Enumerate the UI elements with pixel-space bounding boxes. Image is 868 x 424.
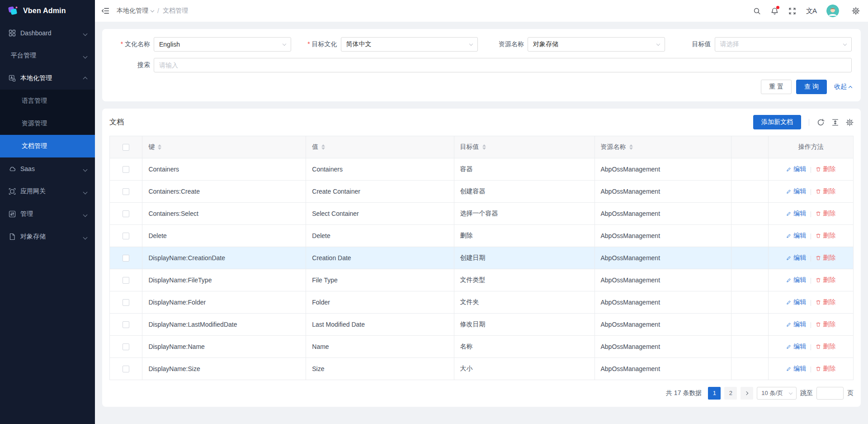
sidebar-item-platform[interactable]: 平台管理 — [0, 44, 95, 67]
chevron-down-icon — [469, 42, 473, 45]
refresh-icon[interactable] — [817, 119, 825, 126]
delete-button[interactable]: 删除 — [816, 187, 835, 195]
divider — [811, 344, 811, 350]
jump-page-input[interactable] — [816, 387, 844, 400]
row-checkbox[interactable] — [123, 255, 129, 262]
breadcrumb-parent[interactable]: 本地化管理 — [117, 7, 154, 15]
query-button[interactable]: 查 询 — [796, 80, 827, 94]
sidebar-fold-icon[interactable] — [101, 7, 109, 15]
page-size-select[interactable]: 10 条/页 — [757, 387, 797, 400]
cell-key: Containers:Create — [142, 181, 306, 203]
row-height-icon[interactable] — [831, 119, 839, 126]
edit-button[interactable]: 编辑 — [786, 343, 806, 351]
cell-resource: AbpOssManagement — [594, 181, 731, 203]
row-checkbox[interactable] — [123, 166, 129, 173]
delete-button[interactable]: 删除 — [816, 298, 835, 306]
dashboard-icon — [9, 29, 16, 37]
avatar[interactable] — [826, 5, 839, 17]
field-culture-name: 文化名称 English — [111, 37, 291, 52]
edit-button[interactable]: 编辑 — [786, 320, 806, 329]
row-checkbox[interactable] — [123, 277, 129, 284]
delete-button[interactable]: 删除 — [816, 210, 835, 218]
row-checkbox[interactable] — [123, 188, 129, 195]
target-value-select[interactable]: 请选择 — [715, 37, 852, 52]
culture-name-select[interactable]: English — [154, 37, 291, 52]
cell-resource: AbpOssManagement — [594, 358, 731, 380]
edit-button[interactable]: 编辑 — [786, 276, 806, 284]
notification-bell-icon[interactable] — [771, 7, 778, 15]
cell-value: Delete — [306, 225, 454, 247]
delete-button[interactable]: 删除 — [816, 365, 835, 373]
sidebar-item-label: 管理 — [20, 210, 33, 218]
search-icon[interactable] — [753, 7, 761, 15]
row-checkbox[interactable] — [123, 366, 129, 372]
edit-button[interactable]: 编辑 — [786, 187, 806, 195]
sidebar-item-object-storage[interactable]: 对象存储 — [0, 225, 95, 248]
add-document-button[interactable]: 添加新文档 — [753, 115, 801, 129]
edit-button[interactable]: 编辑 — [786, 210, 806, 218]
edit-button[interactable]: 编辑 — [786, 298, 806, 306]
delete-button[interactable]: 删除 — [816, 232, 835, 240]
sort-icon[interactable] — [321, 144, 325, 150]
pagination: 共 17 条数据 1 2 10 条/页 跳至 页 — [109, 387, 854, 400]
field-label: 文化名称 — [111, 40, 150, 48]
delete-button[interactable]: 删除 — [816, 254, 835, 262]
sidebar-item-document-management[interactable]: 文档管理 — [0, 135, 95, 157]
sidebar-item-gateway[interactable]: 应用网关 — [0, 180, 95, 203]
sidebar-item-resource-management[interactable]: 资源管理 — [0, 112, 95, 135]
delete-button[interactable]: 删除 — [816, 276, 835, 284]
sort-icon[interactable] — [158, 144, 161, 150]
settings-gear-icon[interactable] — [852, 7, 860, 15]
cell-spacer — [731, 291, 769, 314]
delete-button[interactable]: 删除 — [816, 165, 835, 173]
cell-value: File Type — [306, 269, 454, 291]
resource-name-select[interactable]: 对象存储 — [528, 37, 665, 52]
target-culture-select[interactable]: 简体中文 — [341, 37, 478, 52]
sidebar-item-saas[interactable]: Saas — [0, 157, 95, 180]
edit-button[interactable]: 编辑 — [786, 232, 806, 240]
sidebar-item-language-management[interactable]: 语言管理 — [0, 90, 95, 112]
cell-key: DisplayName:Folder — [142, 291, 306, 314]
collapse-filter-link[interactable]: 收起 — [834, 83, 852, 91]
row-checkbox[interactable] — [123, 299, 129, 306]
next-page-button[interactable] — [741, 387, 753, 400]
row-checkbox[interactable] — [123, 233, 129, 239]
page-button-1[interactable]: 1 — [708, 387, 721, 400]
field-target-value: 目标值 请选择 — [672, 37, 852, 52]
edit-button[interactable]: 编辑 — [786, 165, 806, 173]
row-checkbox[interactable] — [123, 343, 129, 350]
chevron-down-icon — [282, 42, 286, 45]
delete-button[interactable]: 删除 — [816, 320, 835, 329]
sidebar-item-label: 平台管理 — [11, 52, 36, 60]
select-all-checkbox[interactable] — [123, 144, 129, 151]
sort-icon[interactable] — [482, 144, 486, 150]
cell-value: Last Modified Date — [306, 314, 454, 336]
page-button-2[interactable]: 2 — [724, 387, 737, 400]
cell-key: Delete — [142, 225, 306, 247]
search-input[interactable] — [154, 58, 852, 72]
cell-key: Containers:Select — [142, 203, 306, 225]
cell-value: Name — [306, 336, 454, 358]
sidebar-item-label: 对象存储 — [20, 233, 46, 241]
chevron-up-icon — [84, 75, 87, 82]
sidebar-item-management[interactable]: 管理 — [0, 203, 95, 225]
table-settings-gear-icon[interactable] — [846, 119, 854, 126]
cell-value: Folder — [306, 291, 454, 314]
sort-icon[interactable] — [629, 144, 633, 150]
sidebar-item-localization[interactable]: 本地化管理 — [0, 67, 95, 90]
sidebar-item-dashboard[interactable]: Dashboard — [0, 22, 95, 44]
cell-spacer — [731, 181, 769, 203]
cell-resource: AbpOssManagement — [594, 158, 731, 181]
field-target-culture: 目标文化 简体中文 — [298, 37, 478, 52]
cell-target: 修改日期 — [454, 314, 594, 336]
edit-button[interactable]: 编辑 — [786, 365, 806, 373]
row-checkbox[interactable] — [123, 321, 129, 328]
edit-button[interactable]: 编辑 — [786, 254, 806, 262]
app-logo[interactable]: Vben Admin — [0, 0, 95, 22]
translate-icon[interactable]: 文A — [806, 7, 816, 15]
cell-target: 容器 — [454, 158, 594, 181]
reset-button[interactable]: 重 置 — [761, 80, 792, 94]
row-checkbox[interactable] — [123, 210, 129, 217]
fullscreen-icon[interactable] — [788, 7, 796, 15]
delete-button[interactable]: 删除 — [816, 343, 835, 351]
